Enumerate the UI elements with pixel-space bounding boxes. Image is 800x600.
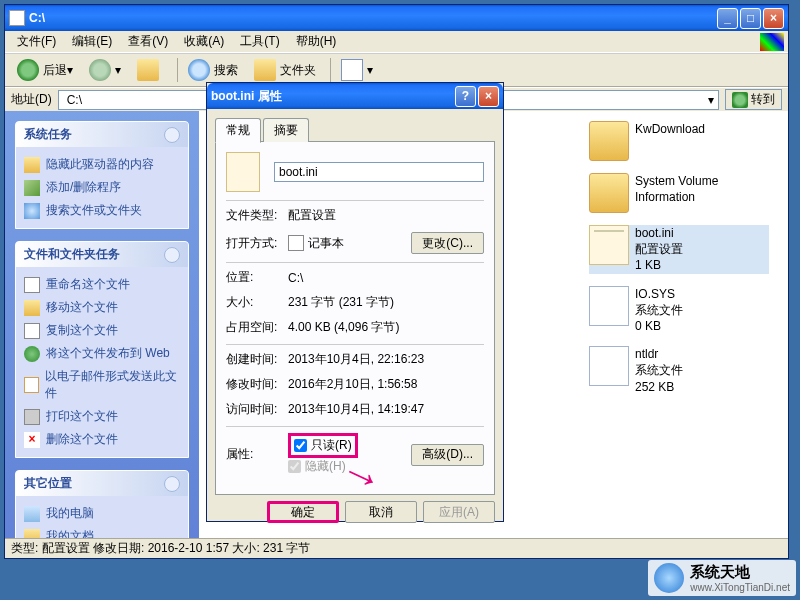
forward-icon [89, 59, 111, 81]
folder-icon [589, 121, 629, 161]
watermark-url: www.XiTongTianDi.net [690, 582, 790, 593]
properties-dialog: boot.ini 属性 ? × 常规 摘要 文件类型:配置设置 打开方式:记事本… [206, 82, 504, 522]
back-button[interactable]: 后退 ▾ [11, 57, 79, 83]
search-icon [24, 203, 40, 219]
menu-file[interactable]: 文件(F) [9, 31, 64, 52]
apply-button[interactable]: 应用(A) [423, 501, 495, 523]
diskspace-value: 4.00 KB (4,096 字节) [288, 319, 484, 336]
watermark-logo-icon [654, 563, 684, 593]
menu-favorites[interactable]: 收藏(A) [176, 31, 232, 52]
dialog-buttons: 确定 取消 应用(A) [215, 501, 495, 523]
accessed-value: 2013年10月4日, 14:19:47 [288, 401, 484, 418]
print-icon [24, 409, 40, 425]
filename-input[interactable] [274, 162, 484, 182]
tab-summary[interactable]: 摘要 [263, 118, 309, 142]
openwith-value: 记事本 [308, 235, 344, 252]
task-email[interactable]: 以电子邮件形式发送此文件 [24, 365, 180, 405]
tab-pane: 文件类型:配置设置 打开方式:记事本更改(C)... 位置:C:\ 大小:231… [215, 141, 495, 495]
file-name: IO.SYS [635, 286, 683, 302]
file-type-icon [226, 152, 260, 192]
task-search[interactable]: 搜索文件或文件夹 [24, 199, 180, 222]
statusbar: 类型: 配置设置 修改日期: 2016-2-10 1:57 大小: 231 字节 [5, 538, 788, 558]
help-button[interactable]: ? [455, 86, 476, 107]
menu-view[interactable]: 查看(V) [120, 31, 176, 52]
ok-button[interactable]: 确定 [267, 501, 339, 523]
readonly-checkbox[interactable]: 只读(R) [288, 433, 358, 458]
task-publish[interactable]: 将这个文件发布到 Web [24, 342, 180, 365]
up-button[interactable] [131, 57, 169, 83]
views-icon [341, 59, 363, 81]
minimize-button[interactable]: _ [717, 8, 738, 29]
watermark: 系统天地www.XiTongTianDi.net [648, 560, 796, 596]
file-name: System Volume [635, 173, 718, 189]
panel-other-places: 其它位置 我的电脑 我的文档 共享文档 网上邻居 [15, 470, 189, 538]
views-button[interactable]: ▾ [335, 57, 379, 83]
delete-icon: × [24, 432, 40, 448]
sidebar: 系统任务 隐藏此驱动器的内容 添加/删除程序 搜索文件或文件夹 文件和文件夹任务… [5, 111, 199, 538]
menu-help[interactable]: 帮助(H) [288, 31, 345, 52]
location-value: C:\ [288, 271, 484, 285]
file-item[interactable]: System VolumeInformation [589, 173, 769, 213]
properties-titlebar[interactable]: boot.ini 属性 ? × [207, 83, 503, 109]
address-value: C:\ [67, 93, 82, 107]
task-print[interactable]: 打印这个文件 [24, 405, 180, 428]
task-hide-drive[interactable]: 隐藏此驱动器的内容 [24, 153, 180, 176]
file-item[interactable]: KwDownload [589, 121, 769, 161]
task-delete[interactable]: ×删除这个文件 [24, 428, 180, 451]
size-value: 231 字节 (231 字节) [288, 294, 484, 311]
panel-head-file[interactable]: 文件和文件夹任务 [16, 242, 188, 267]
created-value: 2013年10月4日, 22:16:23 [288, 351, 484, 368]
file-name: boot.ini [635, 225, 683, 241]
add-icon [24, 180, 40, 196]
search-button[interactable]: 搜索 [182, 57, 244, 83]
explorer-title: C:\ [29, 11, 45, 25]
close-button[interactable]: × [763, 8, 784, 29]
folders-button[interactable]: 文件夹 [248, 57, 322, 83]
folder-icon [589, 173, 629, 213]
place-mycomputer[interactable]: 我的电脑 [24, 502, 180, 525]
place-mydocs[interactable]: 我的文档 [24, 525, 180, 538]
modified-value: 2016年2月10日, 1:56:58 [288, 376, 484, 393]
task-add-remove[interactable]: 添加/删除程序 [24, 176, 180, 199]
doc-icon [24, 529, 40, 539]
created-label: 创建时间: [226, 351, 288, 368]
explorer-titlebar[interactable]: C:\ _ □ × [5, 5, 788, 31]
menu-tools[interactable]: 工具(T) [232, 31, 287, 52]
maximize-button[interactable]: □ [740, 8, 761, 29]
panel-title: 其它位置 [24, 475, 72, 492]
panel-head-system[interactable]: 系统任务 [16, 122, 188, 147]
rename-icon [24, 277, 40, 293]
drive-icon [9, 10, 25, 26]
watermark-title: 系统天地 [690, 563, 790, 582]
close-button[interactable]: × [478, 86, 499, 107]
advanced-button[interactable]: 高级(D)... [411, 444, 484, 466]
mail-icon [24, 377, 39, 393]
hidden-checkbox[interactable]: 隐藏(H) [288, 458, 346, 475]
task-rename[interactable]: 重命名这个文件 [24, 273, 180, 296]
chevron-icon [164, 247, 180, 263]
task-move[interactable]: 移动这个文件 [24, 296, 180, 319]
panel-head-other[interactable]: 其它位置 [16, 471, 188, 496]
type-value: 配置设置 [288, 207, 484, 224]
go-button[interactable]: 转到 [725, 89, 782, 110]
diskspace-label: 占用空间: [226, 319, 288, 336]
address-label: 地址(D) [11, 91, 52, 108]
modified-label: 修改时间: [226, 376, 288, 393]
cancel-button[interactable]: 取消 [345, 501, 417, 523]
forward-button[interactable]: ▾ [83, 57, 127, 83]
menu-edit[interactable]: 编辑(E) [64, 31, 120, 52]
back-icon [17, 59, 39, 81]
file-item[interactable]: ntldr系统文件252 KB [589, 346, 769, 395]
file-item-selected[interactable]: boot.ini配置设置1 KB [589, 225, 769, 274]
file-item[interactable]: IO.SYS系统文件0 KB [589, 286, 769, 335]
status-text: 类型: 配置设置 修改日期: 2016-2-10 1:57 大小: 231 字节 [11, 540, 310, 557]
tab-general[interactable]: 常规 [215, 118, 261, 143]
accessed-label: 访问时间: [226, 401, 288, 418]
sys-icon [589, 286, 629, 326]
change-button[interactable]: 更改(C)... [411, 232, 484, 254]
folder-icon [254, 59, 276, 81]
task-copy[interactable]: 复制这个文件 [24, 319, 180, 342]
tabs: 常规 摘要 [215, 118, 495, 142]
properties-title: boot.ini 属性 [211, 88, 282, 105]
chevron-icon [164, 476, 180, 492]
